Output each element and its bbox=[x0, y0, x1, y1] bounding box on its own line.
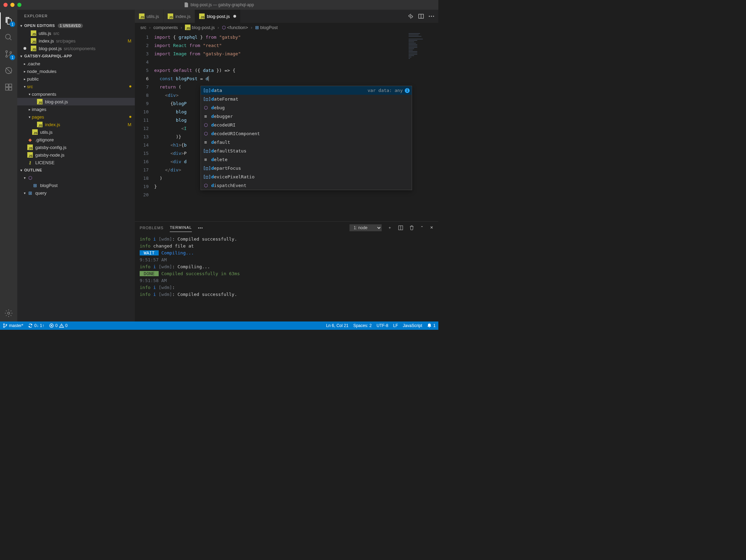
svg-point-0 bbox=[6, 34, 10, 39]
svg-point-11 bbox=[429, 16, 430, 17]
svg-point-16 bbox=[3, 327, 4, 328]
folder-item[interactable]: ▸.cache bbox=[17, 60, 135, 67]
open-editor-item[interactable]: JSutils.js src bbox=[17, 29, 135, 37]
suggest-item[interactable]: ⬡decodeURIComponent bbox=[201, 129, 412, 138]
suggest-widget[interactable]: [◫]datavar data: any i[◫]dateFormat⬡debu… bbox=[201, 86, 412, 190]
js-icon: JS bbox=[185, 25, 190, 30]
file-item[interactable]: JSblog-post.js bbox=[17, 98, 135, 105]
editor[interactable]: 1234567891011121314151617181920 import {… bbox=[135, 32, 438, 221]
maximize-panel-icon[interactable]: ⌃ bbox=[420, 225, 424, 230]
folder-item[interactable]: ▸node_modules bbox=[17, 67, 135, 75]
suggest-item[interactable]: [◫]datavar data: any i bbox=[201, 86, 412, 95]
more-icon[interactable] bbox=[429, 16, 434, 17]
explorer-badge: 1 bbox=[10, 21, 15, 27]
line-numbers: 1234567891011121314151617181920 bbox=[135, 32, 154, 221]
outline-item[interactable]: ▾⬡ bbox=[17, 174, 135, 181]
svg-rect-6 bbox=[6, 87, 8, 90]
outline-item[interactable]: ▾⊞query bbox=[17, 189, 135, 197]
svg-rect-5 bbox=[6, 84, 8, 87]
settings-gear-icon[interactable] bbox=[0, 305, 17, 321]
problems-status[interactable]: 0 0 bbox=[49, 323, 67, 328]
svg-point-2 bbox=[6, 56, 8, 57]
outline-header[interactable]: ▾ OUTLINE bbox=[17, 166, 135, 174]
outline-item[interactable]: ⊞blogPost bbox=[17, 181, 135, 189]
svg-rect-8 bbox=[9, 84, 12, 87]
compare-icon[interactable] bbox=[408, 13, 413, 19]
svg-point-12 bbox=[431, 16, 432, 17]
open-editors-header[interactable]: ▾ OPEN EDITORS 1 UNSAVED bbox=[17, 22, 135, 29]
terminal-output[interactable]: info i [wdm]: Compiled successfully.info… bbox=[135, 234, 438, 321]
git-sync[interactable]: 0↓ 1↑ bbox=[28, 323, 44, 328]
search-icon[interactable] bbox=[0, 29, 17, 46]
file-item[interactable]: JSgatsby-node.js bbox=[17, 151, 135, 159]
cursor-position[interactable]: Ln 6, Col 21 bbox=[326, 323, 348, 328]
window-controls bbox=[3, 3, 21, 7]
source-control-icon[interactable]: 1 bbox=[0, 46, 17, 62]
minimize-window-button[interactable] bbox=[10, 3, 15, 7]
breadcrumb[interactable]: src› components› JS blog-post.js› ⬡ <fun… bbox=[135, 23, 438, 32]
debug-icon[interactable] bbox=[0, 62, 17, 79]
notifications-icon[interactable]: 1 bbox=[427, 323, 436, 328]
indent-status[interactable]: Spaces: 2 bbox=[353, 323, 372, 328]
language-status[interactable]: JavaScript bbox=[403, 323, 422, 328]
folder-item[interactable]: ▾src bbox=[17, 83, 135, 90]
editor-tab[interactable]: JSindex.js bbox=[164, 10, 195, 23]
sidebar: EXPLORER ▾ OPEN EDITORS 1 UNSAVED JSutil… bbox=[17, 10, 135, 321]
svg-point-9 bbox=[8, 312, 10, 314]
folder-item[interactable]: ▸public bbox=[17, 75, 135, 83]
statusbar: master* 0↓ 1↑ 0 0 Ln 6, Col 21 Spaces: 2… bbox=[0, 321, 438, 330]
explorer-icon[interactable]: 1 bbox=[0, 12, 17, 29]
maximize-window-button[interactable] bbox=[17, 3, 21, 7]
suggest-item[interactable]: ≡delete bbox=[201, 155, 412, 164]
window-title: blog-post.js — gatsby-graphql-app bbox=[0, 2, 438, 7]
editor-tabs: JSutils.jsJSindex.jsJSblog-post.js bbox=[135, 10, 438, 23]
suggest-item[interactable]: [◫]devicePixelRatio bbox=[201, 172, 412, 181]
suggest-item[interactable]: ⬡debug bbox=[201, 103, 412, 112]
svg-point-15 bbox=[3, 324, 4, 325]
split-terminal-icon[interactable] bbox=[398, 225, 403, 230]
extensions-icon[interactable] bbox=[0, 79, 17, 95]
open-editor-item[interactable]: JSblog-post.js src/components bbox=[17, 45, 135, 52]
kill-terminal-icon[interactable] bbox=[409, 225, 414, 230]
git-branch[interactable]: master* bbox=[3, 323, 23, 328]
problems-tab[interactable]: PROBLEMS bbox=[140, 224, 164, 232]
svg-point-1 bbox=[6, 51, 8, 53]
open-editor-item[interactable]: JSindex.js src/pagesM bbox=[17, 37, 135, 45]
activity-bar: 1 1 bbox=[0, 10, 17, 321]
folder-item[interactable]: ▾components bbox=[17, 90, 135, 98]
file-item[interactable]: JSindex.jsM bbox=[17, 121, 135, 128]
suggest-item[interactable]: ⬡decodeURI bbox=[201, 121, 412, 129]
file-item[interactable]: ◆.gitignore bbox=[17, 136, 135, 143]
terminal-tab[interactable]: TERMINAL bbox=[170, 223, 192, 232]
suggest-item[interactable]: ≡debugger bbox=[201, 112, 412, 121]
suggest-item[interactable]: [◫]defaultStatus bbox=[201, 147, 412, 155]
new-terminal-icon[interactable]: ＋ bbox=[388, 225, 392, 230]
editor-tab[interactable]: JSblog-post.js bbox=[195, 10, 240, 23]
close-panel-icon[interactable]: ✕ bbox=[430, 225, 433, 230]
editor-actions bbox=[404, 10, 438, 23]
split-editor-icon[interactable] bbox=[418, 13, 424, 19]
sidebar-title: EXPLORER bbox=[17, 10, 135, 22]
chevron-down-icon: ▾ bbox=[19, 168, 24, 172]
svg-point-13 bbox=[433, 16, 434, 17]
file-item[interactable]: ⚷LICENSE bbox=[17, 159, 135, 166]
project-header[interactable]: ▾ GATSBY-GRAPHQL-APP bbox=[17, 52, 135, 60]
suggest-item[interactable]: [◫]departFocus bbox=[201, 164, 412, 172]
suggest-item[interactable]: ≡default bbox=[201, 138, 412, 147]
chevron-down-icon: ▾ bbox=[19, 24, 24, 28]
folder-item[interactable]: ▸images bbox=[17, 105, 135, 113]
more-panels-icon[interactable]: ••• bbox=[198, 226, 203, 230]
titlebar: blog-post.js — gatsby-graphql-app bbox=[0, 0, 438, 10]
encoding-status[interactable]: UTF-8 bbox=[376, 323, 388, 328]
editor-tab[interactable]: JSutils.js bbox=[135, 10, 164, 23]
file-item[interactable]: JSgatsby-config.js bbox=[17, 143, 135, 151]
suggest-item[interactable]: [◫]dateFormat bbox=[201, 95, 412, 103]
terminal-selector[interactable]: 1: node bbox=[349, 224, 382, 231]
svg-point-3 bbox=[10, 52, 12, 54]
svg-point-17 bbox=[6, 325, 7, 326]
eol-status[interactable]: LF bbox=[393, 323, 398, 328]
suggest-item[interactable]: ⬡dispatchEvent bbox=[201, 181, 412, 190]
close-window-button[interactable] bbox=[3, 3, 8, 7]
file-item[interactable]: JSutils.js bbox=[17, 128, 135, 136]
folder-item[interactable]: ▾pages bbox=[17, 113, 135, 121]
